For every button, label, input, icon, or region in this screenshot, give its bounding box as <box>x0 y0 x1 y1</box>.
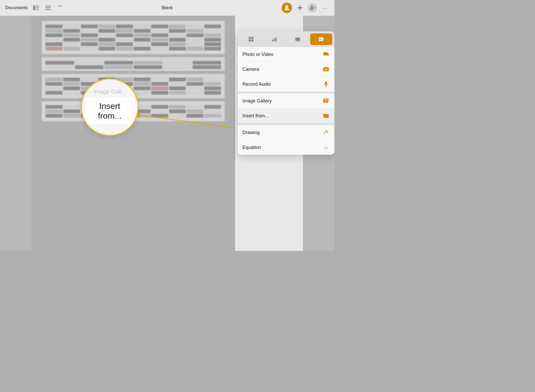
doc-block-1 <box>42 21 225 54</box>
svg-rect-9 <box>251 37 253 39</box>
zoom-main-text: Insert from... <box>85 98 135 124</box>
tab-table[interactable] <box>240 33 262 45</box>
svg-rect-1 <box>36 5 39 6</box>
menu-item-record-audio[interactable]: Record Audio <box>238 77 334 91</box>
svg-text:√a: √a <box>323 146 328 150</box>
folder-icon <box>322 112 330 119</box>
document-title: Blank <box>162 5 173 10</box>
right-panel: Photo or Video Camera <box>235 16 334 251</box>
svg-rect-13 <box>274 38 275 42</box>
person-add-button[interactable] <box>308 3 317 13</box>
user-avatar[interactable] <box>282 3 292 13</box>
top-bar-left: Documents <box>5 4 64 11</box>
zoom-bottom-text <box>85 124 135 129</box>
svg-rect-4 <box>45 5 51 6</box>
svg-rect-14 <box>276 37 277 42</box>
svg-rect-12 <box>272 40 273 42</box>
svg-rect-3 <box>36 9 39 10</box>
svg-rect-2 <box>36 7 39 8</box>
tab-media-photo[interactable] <box>310 33 333 45</box>
top-bar: Documents Blank <box>0 0 334 16</box>
more-options-button[interactable]: ··· <box>321 4 329 12</box>
svg-rect-16 <box>296 38 300 42</box>
list-view-icon[interactable] <box>44 4 52 11</box>
divider-1 <box>238 91 334 94</box>
tab-media-stack[interactable] <box>287 33 309 45</box>
drawing-icon <box>322 129 330 136</box>
svg-point-7 <box>311 6 313 8</box>
menu-section-3: Drawing Equation √a <box>238 125 334 155</box>
main-area: Photo or Video Camera <box>0 16 334 251</box>
svg-point-21 <box>325 69 327 70</box>
menu-section-2: Image Gallery Insert from... <box>238 94 334 123</box>
svg-rect-19 <box>323 52 328 55</box>
svg-rect-6 <box>45 9 51 10</box>
svg-rect-0 <box>33 5 35 10</box>
undo-icon[interactable] <box>56 4 64 11</box>
menu-item-equation[interactable]: Equation √a <box>238 140 334 155</box>
menu-item-camera[interactable]: Camera <box>238 62 334 77</box>
doc-block-2 <box>42 57 225 71</box>
zoom-magnifier: Image Gall... Insert from... <box>81 78 138 136</box>
menu-item-insert-from[interactable]: Insert from... <box>238 108 334 123</box>
svg-rect-8 <box>249 37 251 39</box>
insert-dropdown: Photo or Video Camera <box>238 31 334 155</box>
dropdown-tabs <box>238 31 334 47</box>
svg-rect-10 <box>249 39 251 42</box>
microphone-icon <box>322 80 330 88</box>
add-button[interactable] <box>296 4 304 12</box>
zoom-content: Image Gall... Insert from... <box>82 79 137 135</box>
documents-label[interactable]: Documents <box>5 5 28 10</box>
sidebar-toggle-icon[interactable] <box>32 4 40 11</box>
divider-2 <box>238 123 334 125</box>
svg-rect-11 <box>251 39 253 42</box>
left-sidebar <box>0 16 31 251</box>
menu-item-drawing[interactable]: Drawing <box>238 125 334 140</box>
svg-rect-27 <box>324 100 327 101</box>
menu-item-image-gallery[interactable]: Image Gallery <box>238 94 334 108</box>
equation-icon: √a <box>322 144 330 151</box>
zoom-top-text: Image Gall... <box>85 86 135 98</box>
photo-video-icon <box>322 51 330 58</box>
top-bar-right: ··· <box>282 3 329 13</box>
svg-rect-22 <box>325 81 327 85</box>
menu-section-1: Photo or Video Camera <box>238 47 334 91</box>
document-area <box>31 16 235 251</box>
gallery-icon <box>322 97 330 105</box>
tab-chart[interactable] <box>263 33 286 45</box>
svg-rect-5 <box>45 7 51 8</box>
camera-icon <box>322 66 330 73</box>
menu-item-photo-video[interactable]: Photo or Video <box>238 47 334 62</box>
